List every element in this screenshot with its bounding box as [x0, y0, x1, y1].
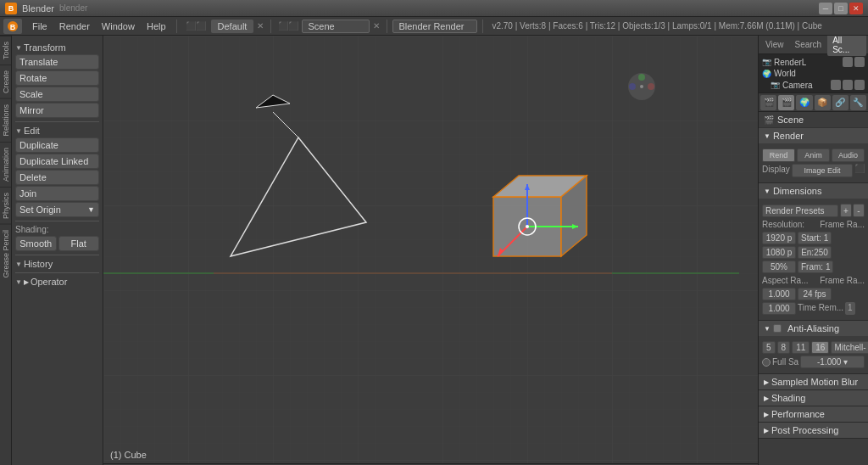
workspace-layout[interactable]: Default	[211, 20, 254, 33]
outliner-search-tab[interactable]: Search	[790, 38, 827, 51]
svg-point-25	[640, 85, 643, 88]
resolution-width-field[interactable]: 1920 p	[762, 232, 796, 244]
aa-filter-selector[interactable]: Mitchell-	[831, 341, 868, 354]
scene-properties-icon[interactable]: 🎬	[778, 95, 794, 110]
tools-panel: Transform Translate Rotate Scale Mirror …	[12, 36, 103, 465]
smooth-button[interactable]: Smooth	[15, 236, 57, 251]
outliner-view-tab[interactable]: View	[760, 38, 789, 51]
world-properties-icon[interactable]: 🌍	[796, 95, 812, 110]
time-remaining-label: Time Rem...	[798, 302, 843, 315]
frame-end-field[interactable]: En:250	[798, 246, 832, 259]
tab-grease-pencil[interactable]: Grease Pencil	[0, 224, 11, 283]
fps-field[interactable]: 24 fps	[798, 288, 832, 300]
render-presets-selector[interactable]: Render Presets	[762, 204, 838, 217]
full-sample-radio[interactable]	[762, 358, 771, 367]
svg-rect-4	[103, 36, 758, 465]
render-engine-selector[interactable]: Blender Render	[392, 20, 477, 33]
aa-level-8[interactable]: 8	[777, 341, 791, 354]
outliner-world-item[interactable]: 🌍 World	[760, 68, 866, 79]
tab-relations[interactable]: Relations	[0, 98, 11, 142]
aa-level-16[interactable]: 16	[811, 341, 829, 354]
tab-physics[interactable]: Physics	[0, 187, 11, 224]
translate-button[interactable]: Translate	[15, 54, 99, 70]
mirror-button[interactable]: Mirror	[15, 103, 99, 118]
camera-visibility-toggle[interactable]	[831, 80, 841, 90]
render-section-header[interactable]: Render	[759, 128, 868, 143]
app-logo: B	[5, 3, 17, 14]
properties-panel: View Search All Sc... 📷 RenderL 🌍 World …	[758, 36, 868, 465]
anti-aliasing-section-header[interactable]: Anti-Aliasing	[759, 321, 868, 336]
render-anim-tab[interactable]: Anim	[797, 148, 830, 162]
window-minimize-button[interactable]: ─	[819, 3, 832, 14]
info-text: v2.70 | Verts:8 | Faces:6 | Tris:12 | Ob…	[492, 21, 821, 31]
menu-file[interactable]: File	[27, 20, 53, 33]
frame-start-field[interactable]: Start: 1	[798, 232, 832, 244]
constraints-properties-icon[interactable]: 🔗	[832, 95, 849, 110]
aa-level-11[interactable]: 11	[792, 341, 810, 354]
main-layout: Tools Create Relations Animation Physics…	[0, 36, 868, 465]
operator-header: ▶ Operator	[15, 277, 99, 287]
menu-help[interactable]: Help	[142, 20, 171, 33]
performance-header[interactable]: Performance	[759, 406, 868, 423]
post-processing-header[interactable]: Post Processing	[759, 423, 868, 439]
left-tabs-panel: Tools Create Relations Animation Physics…	[0, 36, 12, 465]
resolution-height-field[interactable]: 1080 p	[762, 246, 796, 259]
properties-icon-tabs: 🎬 🎬 🌍 📦 🔗 🔧	[759, 93, 868, 112]
render-layer-icon: 📷	[762, 58, 772, 66]
aspect-y-field[interactable]: 1.000	[762, 302, 796, 315]
aa-level-5[interactable]: 5	[762, 341, 776, 354]
edit-header: Edit	[15, 126, 99, 136]
divider3	[15, 255, 99, 255]
camera-extra-toggle[interactable]	[854, 80, 865, 90]
outliner-allsc-tab[interactable]: All Sc...	[827, 36, 866, 56]
frame-current-field[interactable]: Fram: 1	[798, 261, 833, 273]
sampled-motion-blur-header[interactable]: Sampled Motion Blur	[759, 374, 868, 390]
visibility-toggle[interactable]	[843, 57, 853, 67]
3d-viewport[interactable]: User Persp	[103, 36, 758, 465]
object-properties-icon[interactable]: 📦	[815, 95, 831, 110]
full-sample-value[interactable]: -1.000 ▾	[800, 356, 865, 368]
object-info: (1) Cube	[110, 450, 147, 460]
delete-button[interactable]: Delete	[15, 170, 99, 185]
menu-render[interactable]: Render	[54, 20, 95, 33]
title-bar: B Blender blender ─ □ ✕	[0, 0, 868, 17]
modifiers-properties-icon[interactable]: 🔧	[850, 95, 866, 110]
shading-header[interactable]: Shading	[759, 390, 868, 406]
tab-tools[interactable]: Tools	[0, 36, 11, 64]
scene-icon: 🎬	[764, 115, 774, 125]
outliner-renderl-item[interactable]: 📷 RenderL	[760, 56, 866, 68]
aspect-x-field[interactable]: 1.000	[762, 288, 796, 300]
tab-animation[interactable]: Animation	[0, 142, 11, 187]
window-maximize-button[interactable]: □	[834, 3, 848, 14]
rotate-button[interactable]: Rotate	[15, 70, 99, 86]
render-audio-tab[interactable]: Audio	[832, 148, 865, 162]
anti-aliasing-toggle[interactable]	[773, 324, 782, 333]
scene-selector[interactable]: Scene	[302, 20, 370, 33]
scale-button[interactable]: Scale	[15, 87, 99, 102]
divider4	[15, 272, 99, 273]
duplicate-button[interactable]: Duplicate	[15, 137, 99, 153]
presets-add-btn[interactable]: +	[840, 204, 852, 217]
resolution-label: Resolution:	[762, 219, 804, 230]
app-title: Blender	[22, 3, 54, 14]
duplicate-linked-button[interactable]: Duplicate Linked	[15, 154, 99, 169]
display-image-edit-tab[interactable]: Image Edit	[792, 164, 853, 177]
menu-bar: B File Render Window Help ⬛⬛ Default ✕ ⬛…	[0, 17, 868, 36]
outliner-camera-item[interactable]: 📷 Camera	[760, 79, 866, 91]
resolution-percent-field[interactable]: 50%	[762, 261, 796, 273]
separator2	[270, 20, 271, 33]
svg-point-23	[648, 83, 654, 90]
render-properties-icon[interactable]: 🎬	[760, 95, 776, 110]
render-toggle[interactable]	[854, 57, 865, 67]
menu-window[interactable]: Window	[97, 20, 140, 33]
set-origin-button[interactable]: Set Origin ▼	[15, 202, 99, 217]
flat-button[interactable]: Flat	[58, 236, 100, 251]
window-close-button[interactable]: ✕	[849, 3, 863, 14]
dimensions-section-header[interactable]: Dimensions	[759, 183, 868, 199]
tab-create[interactable]: Create	[0, 64, 11, 98]
display-extra-btn[interactable]: ⬛	[854, 164, 865, 177]
join-button[interactable]: Join	[15, 186, 99, 201]
render-rend-tab[interactable]: Rend	[762, 148, 795, 162]
camera-render-toggle[interactable]	[843, 80, 853, 90]
presets-remove-btn[interactable]: -	[853, 204, 865, 217]
